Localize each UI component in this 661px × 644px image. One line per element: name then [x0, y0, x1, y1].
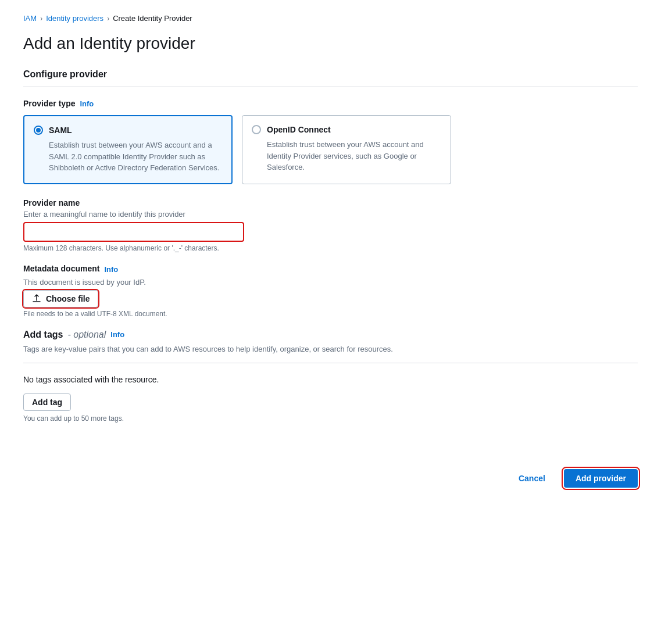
metadata-info-link[interactable]: Info	[104, 265, 118, 274]
metadata-document-hint: This document is issued by your IdP.	[23, 278, 638, 287]
provider-type-row: Provider type Info	[23, 99, 638, 108]
breadcrumb-current: Create Identity Provider	[113, 14, 192, 23]
add-tags-divider	[23, 363, 638, 363]
breadcrumb: IAM › Identity providers › Create Identi…	[23, 14, 638, 23]
add-tags-optional: - optional	[67, 330, 106, 340]
add-tags-title-row: Add tags - optional Info	[23, 330, 638, 340]
provider-type-cards: SAML Establish trust between your AWS ac…	[23, 115, 638, 184]
add-tag-button[interactable]: Add tag	[23, 393, 71, 411]
provider-name-field: Provider name Enter a meaningful name to…	[23, 198, 638, 252]
breadcrumb-separator-2: ›	[107, 15, 109, 23]
footer: Cancel Add provider	[23, 457, 638, 488]
openid-card-title: OpenID Connect	[267, 125, 331, 134]
openid-radio[interactable]	[252, 125, 261, 134]
breadcrumb-identity-providers[interactable]: Identity providers	[46, 14, 103, 23]
add-tag-label: Add tag	[32, 398, 62, 407]
cancel-button[interactable]: Cancel	[509, 469, 555, 488]
openid-card[interactable]: OpenID Connect Establish trust between y…	[242, 115, 451, 184]
page-title: Add an Identity provider	[23, 34, 638, 53]
saml-radio[interactable]	[34, 126, 43, 135]
provider-name-note: Maximum 128 characters. Use alphanumeric…	[23, 244, 638, 252]
no-tags-text: No tags associated with the resource.	[23, 375, 638, 384]
metadata-label-row: Metadata document Info	[23, 264, 638, 276]
saml-card-header: SAML	[34, 126, 222, 135]
choose-file-label: Choose file	[46, 294, 90, 303]
choose-file-button[interactable]: Choose file	[23, 290, 98, 307]
add-tags-title: Add tags	[23, 330, 63, 340]
metadata-document-field: Metadata document Info This document is …	[23, 264, 638, 318]
provider-type-info-link[interactable]: Info	[80, 99, 94, 108]
tags-description: Tags are key-value pairs that you can ad…	[23, 345, 638, 353]
configure-provider-section-title: Configure provider	[23, 69, 638, 80]
upload-icon	[32, 294, 41, 303]
provider-type-label: Provider type	[23, 99, 75, 108]
breadcrumb-iam[interactable]: IAM	[23, 14, 37, 23]
provider-name-input[interactable]	[23, 222, 244, 242]
provider-name-hint: Enter a meaningful name to identify this…	[23, 210, 638, 219]
saml-card-description: Establish trust between your AWS account…	[34, 139, 222, 174]
add-tag-note: You can add up to 50 more tags.	[23, 414, 638, 423]
saml-card-title: SAML	[49, 126, 72, 135]
openid-card-header: OpenID Connect	[252, 125, 441, 134]
openid-card-description: Establish trust between your AWS account…	[252, 139, 441, 173]
provider-name-label: Provider name	[23, 198, 638, 207]
saml-card[interactable]: SAML Establish trust between your AWS ac…	[23, 115, 233, 184]
add-tags-info-link[interactable]: Info	[110, 330, 124, 339]
metadata-file-note: File needs to be a valid UTF-8 XML docum…	[23, 310, 638, 318]
configure-provider-divider	[23, 87, 638, 87]
breadcrumb-separator-1: ›	[40, 15, 42, 23]
add-provider-button[interactable]: Add provider	[564, 469, 638, 488]
metadata-document-label: Metadata document	[23, 264, 99, 273]
